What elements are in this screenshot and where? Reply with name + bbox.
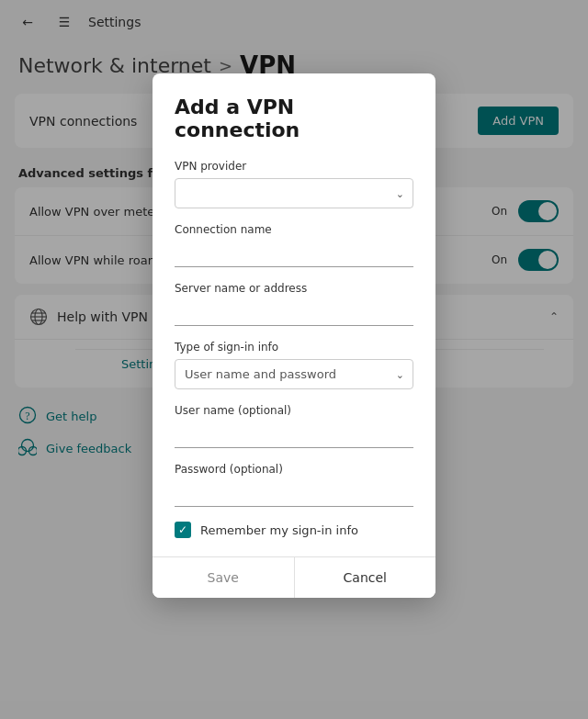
save-button[interactable]: Save — [153, 557, 295, 598]
server-name-group: Server name or address — [175, 282, 413, 326]
cancel-button[interactable]: Cancel — [295, 557, 436, 598]
modal-title: Add a VPN connection — [175, 95, 413, 141]
remember-signin-checkbox[interactable]: ✓ — [175, 522, 191, 538]
checkmark-icon: ✓ — [178, 523, 187, 536]
username-label: User name (optional) — [175, 404, 413, 417]
vpn-provider-wrapper: Windows (built-in) ⌄ — [175, 178, 413, 208]
vpn-provider-group: VPN provider Windows (built-in) ⌄ — [175, 160, 413, 208]
connection-name-input[interactable] — [175, 242, 413, 267]
password-label: Password (optional) — [175, 463, 413, 476]
server-name-label: Server name or address — [175, 282, 413, 295]
add-vpn-modal: Add a VPN connection VPN provider Window… — [153, 73, 435, 598]
password-input[interactable] — [175, 481, 413, 507]
sign-in-type-group: Type of sign-in info User name and passw… — [175, 341, 413, 389]
sign-in-type-wrapper: User name and password Certificate Smart… — [175, 359, 413, 389]
vpn-provider-label: VPN provider — [175, 160, 413, 173]
remember-signin-row: ✓ Remember my sign-in info — [175, 522, 413, 538]
sign-in-type-select[interactable]: User name and password Certificate Smart… — [175, 359, 413, 389]
username-group: User name (optional) — [175, 404, 413, 448]
modal-footer: Save Cancel — [153, 556, 435, 598]
connection-name-label: Connection name — [175, 223, 413, 236]
username-input[interactable] — [175, 422, 413, 448]
password-group: Password (optional) — [175, 463, 413, 507]
remember-signin-label: Remember my sign-in info — [200, 523, 358, 537]
sign-in-type-label: Type of sign-in info — [175, 341, 413, 354]
server-name-input[interactable] — [175, 300, 413, 326]
vpn-provider-select[interactable]: Windows (built-in) — [175, 178, 413, 208]
connection-name-group: Connection name — [175, 223, 413, 267]
